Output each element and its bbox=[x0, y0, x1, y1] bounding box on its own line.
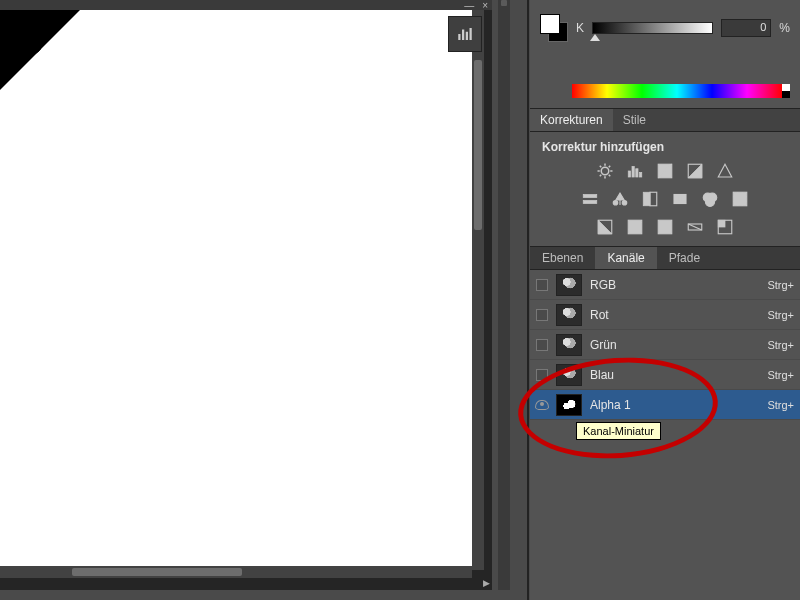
panel-gutter[interactable] bbox=[498, 0, 510, 590]
channel-name: Rot bbox=[590, 308, 767, 322]
selective-color-icon[interactable] bbox=[716, 218, 734, 236]
histogram-icon bbox=[456, 25, 474, 43]
k-slider[interactable] bbox=[592, 22, 713, 34]
channel-shortcut: Strg+ bbox=[767, 339, 794, 351]
invert-icon[interactable] bbox=[596, 218, 614, 236]
horizontal-scroll-thumb[interactable] bbox=[72, 568, 242, 576]
channel-thumbnail[interactable] bbox=[556, 364, 582, 386]
color-panel: K 0 % bbox=[530, 0, 800, 50]
color-balance-icon[interactable] bbox=[611, 190, 629, 208]
right-panel-stack: K 0 % Korrekturen Stile Korrektur hinzuf… bbox=[530, 0, 800, 600]
resize-grip-icon[interactable]: ▶ bbox=[483, 578, 490, 588]
svg-point-18 bbox=[678, 197, 683, 202]
channel-row-rot[interactable]: Rot Strg+ bbox=[530, 300, 800, 330]
tab-stile[interactable]: Stile bbox=[613, 109, 656, 131]
svg-rect-0 bbox=[458, 34, 460, 40]
visibility-toggle[interactable] bbox=[534, 367, 550, 383]
channel-shortcut: Strg+ bbox=[767, 399, 794, 411]
visibility-toggle[interactable] bbox=[534, 397, 550, 413]
color-lookup-icon[interactable] bbox=[731, 190, 749, 208]
tab-kanaele[interactable]: Kanäle bbox=[595, 247, 656, 269]
foreground-color-swatch[interactable] bbox=[540, 14, 560, 34]
percent-label: % bbox=[779, 21, 790, 35]
posterize-icon[interactable] bbox=[626, 218, 644, 236]
collapsed-panel-button[interactable] bbox=[448, 16, 482, 52]
canvas-area: — × ▶ bbox=[0, 0, 492, 590]
channel-thumbnail[interactable] bbox=[556, 304, 582, 326]
hue-sat-icon[interactable] bbox=[581, 190, 599, 208]
visibility-toggle[interactable] bbox=[534, 337, 550, 353]
horizontal-scrollbar[interactable] bbox=[0, 566, 472, 578]
svg-rect-11 bbox=[583, 195, 597, 198]
slider-handle-icon[interactable] bbox=[590, 34, 600, 41]
black-white-icon[interactable] bbox=[641, 190, 659, 208]
foreground-background-swatch[interactable] bbox=[540, 14, 568, 42]
k-value-field[interactable]: 0 bbox=[721, 19, 771, 37]
photo-filter-icon[interactable] bbox=[671, 190, 689, 208]
svg-rect-6 bbox=[632, 167, 634, 178]
channel-row-blau[interactable]: Blau Strg+ bbox=[530, 360, 800, 390]
color-spectrum[interactable] bbox=[572, 84, 782, 98]
channel-name: RGB bbox=[590, 278, 767, 292]
channels-list: RGB Strg+ Rot Strg+ Grün Strg+ Blau Strg… bbox=[530, 270, 800, 570]
levels-icon[interactable] bbox=[626, 162, 644, 180]
channel-mixer-icon[interactable] bbox=[701, 190, 719, 208]
tab-korrekturen[interactable]: Korrekturen bbox=[530, 109, 613, 131]
close-icon[interactable]: × bbox=[482, 0, 488, 11]
curves-icon[interactable] bbox=[656, 162, 674, 180]
threshold-icon[interactable] bbox=[656, 218, 674, 236]
channel-shortcut: Strg+ bbox=[767, 279, 794, 291]
channel-thumbnail[interactable] bbox=[556, 274, 582, 296]
svg-rect-5 bbox=[628, 171, 630, 177]
vertical-scroll-thumb[interactable] bbox=[474, 60, 482, 230]
channel-name: Blau bbox=[590, 368, 767, 382]
svg-rect-1 bbox=[462, 30, 464, 41]
svg-point-21 bbox=[706, 198, 715, 207]
document-tabstrip: — × bbox=[0, 0, 492, 10]
channel-name: Grün bbox=[590, 338, 767, 352]
channel-thumbnail[interactable] bbox=[556, 334, 582, 356]
svg-rect-8 bbox=[640, 173, 642, 178]
adjustments-title: Korrektur hinzufügen bbox=[542, 140, 788, 154]
channel-row-alpha1[interactable]: Alpha 1 Strg+ bbox=[530, 390, 800, 420]
visibility-toggle[interactable] bbox=[534, 307, 550, 323]
svg-rect-16 bbox=[650, 192, 657, 206]
svg-point-13 bbox=[613, 201, 618, 206]
adjustments-body: Korrektur hinzufügen bbox=[530, 132, 800, 246]
svg-rect-22 bbox=[733, 192, 747, 206]
minimize-icon[interactable]: — bbox=[464, 0, 474, 11]
channel-thumbnail[interactable] bbox=[556, 394, 582, 416]
artboard[interactable] bbox=[0, 10, 472, 570]
gradient-map-icon[interactable] bbox=[686, 218, 704, 236]
svg-rect-12 bbox=[583, 201, 597, 204]
svg-point-14 bbox=[622, 201, 627, 206]
tooltip: Kanal-Miniatur bbox=[576, 422, 661, 440]
channel-shortcut: Strg+ bbox=[767, 369, 794, 381]
svg-point-4 bbox=[601, 167, 609, 175]
channel-shortcut: Strg+ bbox=[767, 309, 794, 321]
svg-rect-28 bbox=[718, 220, 725, 227]
svg-rect-7 bbox=[636, 169, 638, 177]
channel-name: Alpha 1 bbox=[590, 398, 767, 412]
vertical-scrollbar[interactable] bbox=[472, 10, 484, 570]
panel-divider bbox=[527, 0, 529, 600]
layers-tabs: Ebenen Kanäle Pfade bbox=[530, 246, 800, 270]
brightness-contrast-icon[interactable] bbox=[596, 162, 614, 180]
svg-rect-3 bbox=[470, 28, 472, 40]
svg-rect-15 bbox=[643, 192, 650, 206]
visibility-toggle[interactable] bbox=[534, 277, 550, 293]
svg-rect-2 bbox=[466, 32, 468, 40]
channel-row-rgb[interactable]: RGB Strg+ bbox=[530, 270, 800, 300]
eye-icon bbox=[535, 400, 549, 410]
vibrance-icon[interactable] bbox=[716, 162, 734, 180]
channel-row-gruen[interactable]: Grün Strg+ bbox=[530, 330, 800, 360]
tab-pfade[interactable]: Pfade bbox=[657, 247, 712, 269]
adjustments-tabs: Korrekturen Stile bbox=[530, 108, 800, 132]
tab-ebenen[interactable]: Ebenen bbox=[530, 247, 595, 269]
exposure-icon[interactable] bbox=[686, 162, 704, 180]
color-mode-label: K bbox=[576, 21, 584, 35]
